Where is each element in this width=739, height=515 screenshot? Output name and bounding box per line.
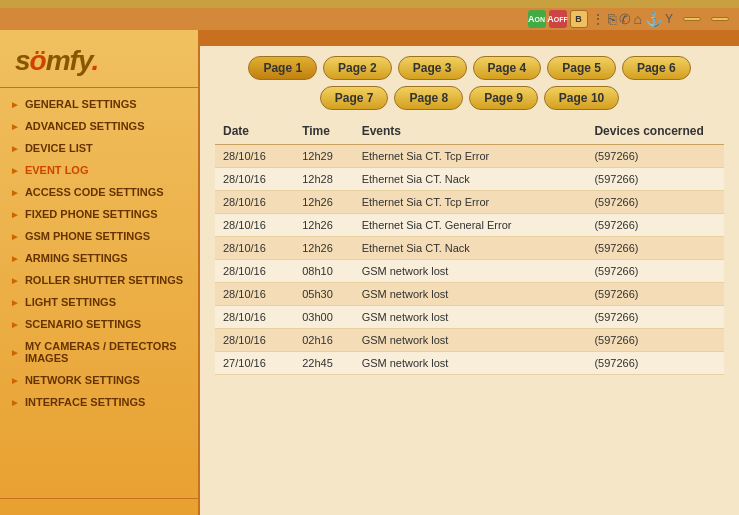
- sidebar-item-roller-shutter-settings[interactable]: ►ROLLER SHUTTER SETTINGS: [0, 269, 198, 291]
- col-header-time: Time: [294, 118, 353, 145]
- nav-label: ROLLER SHUTTER SETTINGS: [25, 274, 183, 286]
- cell-event: Ethernet Sia CT. General Error: [354, 214, 587, 237]
- cell-device: (597266): [586, 214, 724, 237]
- cell-date: 28/10/16: [215, 306, 294, 329]
- nav-label: INTERFACE SETTINGS: [25, 396, 145, 408]
- cell-event: Ethernet Sia CT. Nack: [354, 237, 587, 260]
- nav-arrow-icon: ►: [10, 209, 20, 220]
- cell-time: 12h28: [294, 168, 353, 191]
- table-row: 27/10/16 22h45 GSM network lost (597266): [215, 352, 724, 375]
- sidebar-item-access-code-settings[interactable]: ►ACCESS CODE SETTINGS: [0, 181, 198, 203]
- nav-label: ARMING SETTINGS: [25, 252, 128, 264]
- col-header-events: Events: [354, 118, 587, 145]
- cell-time: 12h26: [294, 237, 353, 260]
- nav-label: DEVICE LIST: [25, 142, 93, 154]
- logout-button[interactable]: [711, 17, 729, 21]
- nav-label: GENERAL SETTINGS: [25, 98, 137, 110]
- y-icon: Y: [665, 12, 673, 26]
- cell-time: 08h10: [294, 260, 353, 283]
- page-btn-6[interactable]: Page 6: [622, 56, 691, 80]
- cell-device: (597266): [586, 145, 724, 168]
- cell-device: (597266): [586, 306, 724, 329]
- cell-device: (597266): [586, 191, 724, 214]
- sidebar-item-event-log[interactable]: ►EVENT LOG: [0, 159, 198, 181]
- nav-arrow-icon: ►: [10, 121, 20, 132]
- sidebar-item-general-settings[interactable]: ►GENERAL SETTINGS: [0, 93, 198, 115]
- cell-device: (597266): [586, 329, 724, 352]
- cell-event: Ethernet Sia CT. Tcp Error: [354, 145, 587, 168]
- nav-label: ADVANCED SETTINGS: [25, 120, 145, 132]
- nav-arrow-icon: ►: [10, 231, 20, 242]
- phone-icon: ✆: [619, 11, 631, 27]
- cell-device: (597266): [586, 260, 724, 283]
- sidebar-item-fixed-phone-settings[interactable]: ►FIXED PHONE SETTINGS: [0, 203, 198, 225]
- nav-arrow-icon: ►: [10, 187, 20, 198]
- cell-event: GSM network lost: [354, 283, 587, 306]
- cell-event: Ethernet Sia CT. Nack: [354, 168, 587, 191]
- sidebar-item-gsm-phone-settings[interactable]: ►GSM PHONE SETTINGS: [0, 225, 198, 247]
- nav-label: FIXED PHONE SETTINGS: [25, 208, 158, 220]
- sidebar-item-arming-settings[interactable]: ►ARMING SETTINGS: [0, 247, 198, 269]
- nav-arrow-icon: ►: [10, 143, 20, 154]
- page-btn-1[interactable]: Page 1: [248, 56, 317, 80]
- table-row: 28/10/16 05h30 GSM network lost (597266): [215, 283, 724, 306]
- nav-label: LIGHT SETTINGS: [25, 296, 116, 308]
- status-b-icon: B: [570, 10, 588, 28]
- nav-arrow-icon: ►: [10, 347, 20, 358]
- sidebar-nav: ►GENERAL SETTINGS►ADVANCED SETTINGS►DEVI…: [0, 88, 198, 498]
- page-btn-4[interactable]: Page 4: [473, 56, 542, 80]
- col-header-date: Date: [215, 118, 294, 145]
- sidebar-item-advanced-settings[interactable]: ►ADVANCED SETTINGS: [0, 115, 198, 137]
- cell-date: 28/10/16: [215, 283, 294, 306]
- cell-date: 28/10/16: [215, 237, 294, 260]
- sidebar-item-cameras-detectors[interactable]: ►MY CAMERAS / DETECTORS IMAGES: [0, 335, 198, 369]
- cell-time: 12h26: [294, 214, 353, 237]
- cell-time: 03h00: [294, 306, 353, 329]
- cell-event: GSM network lost: [354, 260, 587, 283]
- nav-arrow-icon: ►: [10, 319, 20, 330]
- table-row: 28/10/16 12h29 Ethernet Sia CT. Tcp Erro…: [215, 145, 724, 168]
- sidebar-item-network-settings[interactable]: ►NETWORK SETTINGS: [0, 369, 198, 391]
- page-btn-9[interactable]: Page 9: [469, 86, 538, 110]
- page-btn-3[interactable]: Page 3: [398, 56, 467, 80]
- cell-event: Ethernet Sia CT. Tcp Error: [354, 191, 587, 214]
- sidebar-item-scenario-settings[interactable]: ►SCENARIO SETTINGS: [0, 313, 198, 335]
- sidebar-footer: [0, 498, 198, 515]
- nav-label: MY CAMERAS / DETECTORS IMAGES: [25, 340, 188, 364]
- update-button[interactable]: [683, 17, 701, 21]
- sidebar-item-interface-settings[interactable]: ►INTERFACE SETTINGS: [0, 391, 198, 413]
- cell-time: 22h45: [294, 352, 353, 375]
- signal-icon: ⎘: [608, 11, 616, 27]
- table-row: 28/10/16 12h26 Ethernet Sia CT. Nack (59…: [215, 237, 724, 260]
- col-header-devices: Devices concerned: [586, 118, 724, 145]
- page-btn-2[interactable]: Page 2: [323, 56, 392, 80]
- cell-event: GSM network lost: [354, 352, 587, 375]
- nav-arrow-icon: ►: [10, 275, 20, 286]
- page-btn-5[interactable]: Page 5: [547, 56, 616, 80]
- cell-event: GSM network lost: [354, 329, 587, 352]
- cell-date: 28/10/16: [215, 214, 294, 237]
- bell-icon: ⚓: [645, 11, 662, 27]
- nav-arrow-icon: ►: [10, 375, 20, 386]
- cell-date: 28/10/16: [215, 191, 294, 214]
- nav-label: NETWORK SETTINGS: [25, 374, 140, 386]
- page-btn-8[interactable]: Page 8: [394, 86, 463, 110]
- sidebar-item-device-list[interactable]: ►DEVICE LIST: [0, 137, 198, 159]
- home-icon: ⌂: [634, 11, 642, 27]
- page-btn-10[interactable]: Page 10: [544, 86, 619, 110]
- nav-label: EVENT LOG: [25, 164, 89, 176]
- status-on-icon: AON: [528, 10, 546, 28]
- cell-date: 28/10/16: [215, 168, 294, 191]
- cell-time: 05h30: [294, 283, 353, 306]
- sidebar-item-light-settings[interactable]: ►LIGHT SETTINGS: [0, 291, 198, 313]
- cell-date: 28/10/16: [215, 145, 294, 168]
- cell-time: 12h29: [294, 145, 353, 168]
- cell-time: 02h16: [294, 329, 353, 352]
- pagination-row-1: Page 1Page 2Page 3Page 4Page 5Page 6: [215, 56, 724, 80]
- cell-date: 28/10/16: [215, 260, 294, 283]
- nav-arrow-icon: ►: [10, 165, 20, 176]
- table-row: 28/10/16 12h26 Ethernet Sia CT. Tcp Erro…: [215, 191, 724, 214]
- cell-device: (597266): [586, 352, 724, 375]
- event-table: Date Time Events Devices concerned 28/10…: [215, 118, 724, 375]
- page-btn-7[interactable]: Page 7: [320, 86, 389, 110]
